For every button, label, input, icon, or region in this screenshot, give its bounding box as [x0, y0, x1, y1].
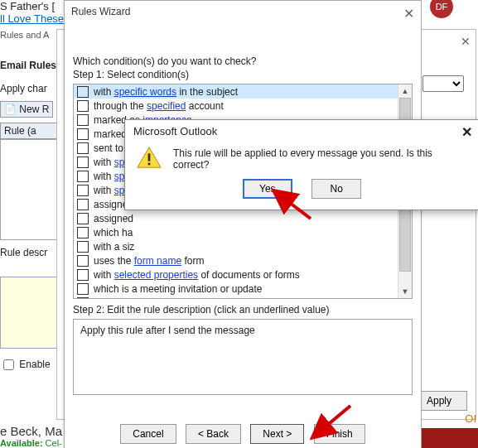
- bg-or-text: OI: [465, 412, 476, 425]
- bg-left-panel: Email Rules Apply char 📄 New R Rule (a R…: [0, 50, 64, 373]
- rule-descr-label: Rule descr: [0, 247, 64, 258]
- condition-row[interactable]: assigned: [74, 211, 398, 225]
- wizard-title: Rules Wizard: [71, 6, 130, 17]
- apply-changes-label: Apply char: [0, 83, 64, 94]
- condition-checkbox[interactable]: [77, 269, 89, 281]
- wizard-button-bar: Cancel < Back Next > Finish: [65, 424, 421, 444]
- condition-checkbox[interactable]: [77, 255, 89, 267]
- availability-value: Cel-: [43, 438, 62, 448]
- condition-checkbox[interactable]: [77, 283, 89, 295]
- condition-row[interactable]: which is a meeting invitation or update: [74, 282, 398, 296]
- condition-link[interactable]: selected properties: [114, 269, 198, 281]
- svg-rect-2: [148, 163, 151, 166]
- condition-row[interactable]: uses the form name form: [74, 253, 398, 267]
- condition-text: which is a meeting invitation or update: [94, 283, 262, 295]
- cancel-button[interactable]: Cancel: [120, 424, 176, 444]
- condition-checkbox[interactable]: [77, 100, 89, 112]
- back-button[interactable]: < Back: [186, 424, 241, 444]
- step1-label: Step 1: Select condition(s): [73, 69, 413, 80]
- rule-descr-pane: [0, 277, 61, 349]
- bg-tab-title: S Father's [: [0, 0, 64, 12]
- condition-checkbox[interactable]: [77, 227, 89, 238]
- condition-checkbox[interactable]: [77, 213, 89, 224]
- condition-text: through the specified account: [94, 100, 224, 112]
- rules-wizard-dialog: Rules Wizard ✕ Which condition(s) do you…: [64, 0, 422, 448]
- warning-icon: [137, 146, 162, 169]
- enable-checkbox-row: Enable: [0, 357, 64, 373]
- condition-row[interactable]: with a siz: [74, 239, 398, 253]
- bg-rules-line: Rules and A: [0, 30, 64, 40]
- new-rule-button[interactable]: 📄 New R: [0, 101, 53, 118]
- condition-link[interactable]: form name: [134, 255, 181, 267]
- step2-label: Step 2: Edit the rule description (click…: [73, 304, 413, 316]
- avatar[interactable]: DF: [430, 0, 453, 18]
- condition-row[interactable]: which ha: [74, 225, 398, 239]
- confirm-title: Microsoft Outlook: [133, 125, 217, 137]
- condition-checkbox[interactable]: [77, 241, 89, 253]
- condition-row[interactable]: from RSS Feeds with specified text in th…: [74, 296, 398, 298]
- condition-row[interactable]: with selected properties of documents or…: [74, 267, 398, 282]
- scroll-down-icon[interactable]: ▼: [399, 285, 411, 298]
- condition-checkbox[interactable]: [77, 142, 89, 154]
- svg-rect-1: [148, 153, 151, 161]
- bg-bottom: e Beck, Ma Available: Cel-: [0, 424, 62, 448]
- next-button[interactable]: Next >: [250, 424, 304, 444]
- condition-checkbox[interactable]: [77, 171, 89, 182]
- condition-text: from RSS Feeds with specified text in th…: [94, 297, 293, 299]
- condition-link[interactable]: specific words: [114, 86, 176, 98]
- condition-row[interactable]: with specific words in the subject: [74, 84, 398, 99]
- finish-button[interactable]: Finish: [314, 424, 365, 444]
- rules-list-pane[interactable]: [0, 139, 61, 240]
- condition-link[interactable]: specified text: [191, 297, 249, 299]
- close-icon[interactable]: ✕: [461, 124, 472, 140]
- condition-checkbox[interactable]: [77, 128, 89, 140]
- wizard-titlebar: Rules Wizard ✕: [65, 1, 421, 21]
- condition-checkbox[interactable]: [77, 157, 89, 168]
- rule-description-box[interactable]: Apply this rule after I send the message: [73, 319, 413, 395]
- close-icon[interactable]: ✕: [403, 6, 414, 22]
- condition-checkbox[interactable]: [77, 185, 89, 196]
- confirm-text: This rule will be applied to every messa…: [173, 146, 467, 171]
- condition-text: which ha: [94, 227, 133, 238]
- condition-checkbox[interactable]: [77, 297, 89, 299]
- person-name: e Beck, Ma: [0, 424, 62, 438]
- no-button[interactable]: No: [311, 179, 361, 199]
- condition-link[interactable]: specified: [147, 100, 186, 112]
- close-icon[interactable]: ✕: [461, 35, 471, 48]
- email-rules-tab[interactable]: Email Rules: [0, 60, 64, 71]
- condition-text: uses the form name form: [94, 255, 204, 267]
- options-dropdown[interactable]: [422, 75, 464, 92]
- condition-row[interactable]: through the specified account: [74, 99, 398, 113]
- confirm-button-bar: Yes No: [125, 176, 478, 205]
- yes-button[interactable]: Yes: [243, 179, 292, 199]
- bg-red-stripe: [412, 428, 478, 448]
- condition-text: assigned: [94, 213, 133, 224]
- condition-checkbox[interactable]: [77, 114, 89, 126]
- bg-subtitle-link[interactable]: ll Love These: [0, 12, 64, 25]
- condition-text: with selected properties of documents or…: [94, 269, 300, 281]
- scroll-up-icon[interactable]: ▲: [399, 84, 411, 98]
- condition-checkbox[interactable]: [77, 199, 89, 210]
- confirm-dialog: Microsoft Outlook ✕ This rule will be ap…: [124, 119, 478, 210]
- enable-checkbox[interactable]: [3, 359, 14, 370]
- condition-text: with specific words in the subject: [94, 86, 238, 98]
- availability-label: Available:: [0, 438, 43, 448]
- enable-label: Enable: [19, 359, 50, 370]
- rule-description-text: Apply this rule after I send the message: [80, 325, 255, 336]
- condition-checkbox[interactable]: [77, 86, 89, 98]
- rule-column-header: Rule (a: [0, 123, 64, 139]
- background-tab-area: S Father's [ ll Love These Rules and A: [0, 0, 64, 40]
- confirm-titlebar: Microsoft Outlook ✕: [125, 120, 478, 141]
- wizard-question: Which condition(s) do you want to check?: [73, 55, 413, 67]
- condition-text: with a siz: [94, 241, 134, 253]
